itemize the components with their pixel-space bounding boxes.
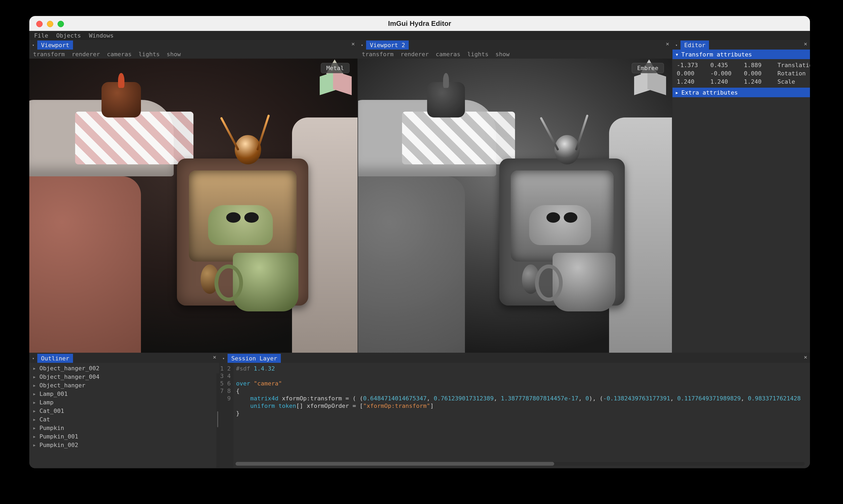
tab-editor[interactable]: Editor bbox=[680, 40, 709, 50]
tab-viewport-2[interactable]: Viewport 2 bbox=[366, 40, 409, 50]
vp-menu-transform[interactable]: transform bbox=[362, 51, 394, 57]
outliner-item-label: Lamp bbox=[39, 399, 54, 406]
outliner-item[interactable]: Cat_001 bbox=[32, 407, 219, 415]
tab-label: Editor bbox=[684, 42, 705, 49]
viewport-toolbar: transform renderer cameras lights show bbox=[29, 50, 358, 59]
tab-close-icon[interactable]: × bbox=[349, 40, 358, 50]
panel-menu-icon[interactable] bbox=[29, 354, 37, 363]
tab-label: Session Layer bbox=[231, 355, 277, 362]
chevron-right-icon bbox=[32, 433, 37, 440]
section-title: Extra attributes bbox=[681, 89, 738, 96]
window-zoom-button[interactable] bbox=[57, 21, 64, 27]
outliner-item[interactable]: Pumpkin_001 bbox=[32, 432, 219, 440]
section-title: Transform attributes bbox=[681, 51, 752, 58]
val-sx[interactable]: 1.240 bbox=[677, 78, 706, 85]
tab-label: Viewport bbox=[41, 42, 69, 49]
vp-menu-show[interactable]: show bbox=[495, 51, 509, 57]
val-rx[interactable]: 0.000 bbox=[677, 70, 706, 77]
section-transform-attributes[interactable]: Transform attributes bbox=[672, 50, 810, 59]
chevron-right-icon bbox=[32, 399, 37, 406]
vp-menu-cameras[interactable]: cameras bbox=[107, 51, 132, 57]
tab-session-layer[interactable]: Session Layer bbox=[228, 354, 281, 363]
vp-menu-lights[interactable]: lights bbox=[467, 51, 488, 57]
viewport-canvas[interactable]: Metal bbox=[29, 59, 358, 353]
renderer-badge: Metal bbox=[321, 63, 349, 73]
tab-label: Outliner bbox=[41, 355, 69, 362]
section-extra-attributes[interactable]: Extra attributes bbox=[672, 88, 810, 97]
label-rotation: Rotation bbox=[777, 70, 810, 77]
outliner-item-label: Pumpkin_002 bbox=[39, 442, 78, 448]
panel-viewport-1: Viewport × transform renderer cameras li… bbox=[29, 40, 358, 353]
chevron-right-icon bbox=[32, 374, 37, 380]
tab-close-icon[interactable]: × bbox=[801, 354, 810, 363]
val-tx[interactable]: -1.373 bbox=[677, 62, 706, 69]
chevron-down-icon bbox=[675, 51, 679, 58]
panel-splitter[interactable] bbox=[216, 374, 219, 468]
vp-menu-lights[interactable]: lights bbox=[139, 51, 160, 57]
outliner-item[interactable]: Pumpkin_002 bbox=[32, 440, 219, 449]
menu-windows[interactable]: Windows bbox=[89, 32, 114, 39]
val-tz[interactable]: 1.889 bbox=[744, 62, 773, 69]
chevron-right-icon bbox=[32, 391, 37, 397]
outliner-item[interactable]: Cat bbox=[32, 415, 219, 424]
panel-viewport-2: Viewport 2 × transform renderer cameras … bbox=[358, 40, 672, 353]
horizontal-scrollbar[interactable] bbox=[235, 462, 805, 466]
vp-menu-show[interactable]: show bbox=[166, 51, 181, 57]
tab-close-icon[interactable]: × bbox=[801, 40, 810, 50]
panel-menu-icon[interactable] bbox=[672, 40, 680, 50]
val-sy[interactable]: 1.240 bbox=[710, 78, 740, 85]
menu-file[interactable]: File bbox=[34, 32, 48, 39]
outliner-item-label: Cat_001 bbox=[39, 408, 64, 414]
tab-viewport[interactable]: Viewport bbox=[37, 40, 73, 50]
val-ty[interactable]: 0.435 bbox=[710, 62, 740, 69]
tab-close-icon[interactable]: × bbox=[663, 40, 672, 50]
outliner-tree[interactable]: Object_hanger_002Object_hanger_004Object… bbox=[29, 363, 219, 449]
outliner-item-label: Object_hanger_002 bbox=[39, 365, 100, 372]
outliner-item-label: Lamp_001 bbox=[39, 391, 68, 397]
orientation-gizmo[interactable] bbox=[318, 69, 349, 101]
outliner-item[interactable]: Object_hanger bbox=[32, 381, 219, 390]
vp-menu-transform[interactable]: transform bbox=[33, 51, 65, 57]
transform-grid: -1.373 0.435 1.889 Translation 0.000 -0.… bbox=[672, 59, 810, 88]
outliner-item[interactable]: Object_hanger_004 bbox=[32, 373, 219, 381]
chevron-right-icon bbox=[32, 442, 37, 448]
vp-menu-renderer[interactable]: renderer bbox=[72, 51, 100, 57]
panel-outliner: Outliner × Object_hanger_002Object_hange… bbox=[29, 353, 219, 468]
outliner-item-label: Object_hanger_004 bbox=[39, 374, 100, 380]
label-translation: Translation bbox=[777, 62, 810, 69]
label-scale: Scale bbox=[777, 78, 810, 85]
code-editor[interactable]: 1 2 3 4 5 6 7 8 9 #sdf 1.4.32 over "came… bbox=[219, 363, 810, 468]
panel-editor: Editor × Transform attributes -1.373 0.4… bbox=[672, 40, 810, 353]
window-minimize-button[interactable] bbox=[47, 21, 53, 27]
val-ry[interactable]: -0.000 bbox=[710, 70, 740, 77]
outliner-item-label: Pumpkin bbox=[39, 425, 64, 431]
window-close-button[interactable] bbox=[36, 21, 43, 27]
val-rz[interactable]: 0.000 bbox=[744, 70, 773, 77]
chevron-right-icon bbox=[32, 365, 37, 372]
renderer-badge: Embree bbox=[632, 63, 664, 73]
outliner-item-label: Cat bbox=[39, 416, 50, 423]
chevron-right-icon bbox=[32, 425, 37, 431]
viewport-canvas[interactable]: Embree bbox=[358, 59, 672, 353]
outliner-item[interactable]: Lamp bbox=[32, 398, 219, 407]
vp-menu-cameras[interactable]: cameras bbox=[436, 51, 461, 57]
outliner-item[interactable]: Pumpkin bbox=[32, 424, 219, 432]
panel-menu-icon[interactable] bbox=[219, 354, 228, 363]
orientation-gizmo[interactable] bbox=[632, 69, 664, 101]
titlebar: ImGui Hydra Editor bbox=[29, 16, 810, 31]
outliner-item[interactable]: Lamp_001 bbox=[32, 390, 219, 398]
menubar: File Objects Windows bbox=[29, 31, 810, 40]
panel-menu-icon[interactable] bbox=[29, 40, 37, 50]
panel-menu-icon[interactable] bbox=[358, 40, 366, 50]
window-title: ImGui Hydra Editor bbox=[29, 19, 810, 28]
tab-close-icon[interactable]: × bbox=[210, 354, 219, 363]
tab-outliner[interactable]: Outliner bbox=[37, 354, 73, 363]
menu-objects[interactable]: Objects bbox=[56, 32, 81, 39]
chevron-right-icon bbox=[32, 408, 37, 414]
outliner-item[interactable]: Object_hanger_002 bbox=[32, 364, 219, 373]
code-text[interactable]: #sdf 1.4.32 over "camera" { matrix4d xfo… bbox=[233, 363, 810, 468]
vp-menu-renderer[interactable]: renderer bbox=[400, 51, 429, 57]
chevron-right-icon bbox=[675, 89, 679, 96]
app-window: ImGui Hydra Editor File Objects Windows … bbox=[29, 16, 810, 468]
val-sz[interactable]: 1.240 bbox=[744, 78, 773, 85]
